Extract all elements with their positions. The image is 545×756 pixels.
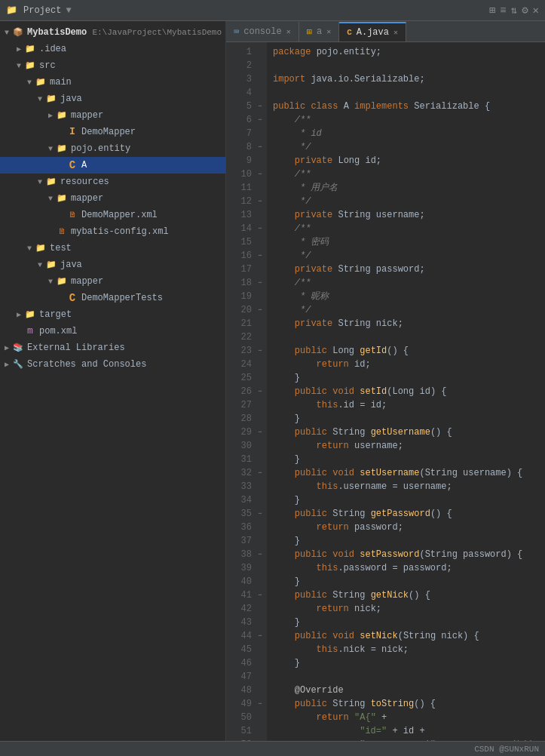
line-num-48: 48 (226, 684, 267, 697)
code-line: public class A implements Serializable { (273, 100, 539, 113)
fold-marker[interactable]: − (255, 140, 265, 154)
code-line: */ (273, 303, 539, 317)
tree-item-demomapper[interactable]: I DemoMapper (0, 124, 225, 140)
code-line: } (273, 453, 539, 466)
line-num-45: 45 (226, 643, 267, 656)
fold-marker[interactable]: − (255, 167, 265, 181)
list-icon[interactable]: ≡ (500, 5, 506, 17)
tree-item-test[interactable]: ▼ 📁 test (0, 240, 225, 257)
line-num-36: 36 (226, 521, 267, 534)
line-num-14: 14− (226, 222, 267, 235)
tree-item-scratches[interactable]: ▶ 🔧 Scratches and Consoles (0, 356, 225, 373)
expand-arrow: ▼ (35, 261, 45, 269)
tree-label: Scratches and Consoles (27, 359, 146, 370)
toolbar-icons: ⊞ ≡ ⇅ ⚙ ✕ (489, 4, 539, 17)
layout-icon[interactable]: ⊞ (489, 4, 495, 17)
fold-marker[interactable]: − (255, 222, 265, 235)
tree-item-mybatisdemo-root[interactable]: ▼ 📦 MybatisDemo E:\JavaProject\MybatisDe… (0, 24, 225, 41)
fold-marker[interactable]: − (255, 385, 265, 398)
tree-item-mapper3[interactable]: ▼ 📁 mapper (0, 273, 225, 290)
tree-item-external-libraries[interactable]: ▶ 📚 External Libraries (0, 340, 225, 356)
code-line: public void setId(Long id) { (273, 385, 539, 398)
project-tree[interactable]: ▼ 📦 MybatisDemo E:\JavaProject\MybatisDe… (0, 21, 225, 741)
fold-marker[interactable]: − (255, 276, 265, 290)
code-line: /** (273, 113, 539, 127)
tab-close-a[interactable]: ✕ (326, 27, 331, 36)
tree-item-demomappertests[interactable]: C DemoMapperTests (0, 290, 225, 306)
tab-close-console[interactable]: ✕ (286, 27, 291, 36)
tree-label: DemoMapper (81, 127, 136, 137)
line-num-20: 20− (226, 303, 267, 317)
tree-label: java (60, 260, 82, 270)
tab-label: A.java (357, 27, 389, 38)
expand-arrow: ▼ (45, 278, 56, 286)
line-num-24: 24 (226, 358, 267, 371)
tree-item-main[interactable]: ▼ 📁 main (0, 74, 225, 91)
fold-marker[interactable]: − (255, 589, 265, 602)
credit-text: CSDN @SUNxRUN (474, 745, 539, 754)
tree-item-java[interactable]: ▼ 📁 java (0, 91, 225, 107)
tree-item-pojo-entity[interactable]: ▼ 📁 pojo.entity (0, 140, 225, 157)
tree-label: mapper (71, 110, 103, 121)
tree-item-mapper[interactable]: ▶ 📁 mapper (0, 107, 225, 124)
code-line (273, 59, 539, 72)
tree-item-pom-xml[interactable]: m pom.xml (0, 323, 225, 340)
line-num-31: 31 (226, 453, 267, 466)
tree-item-src[interactable]: ▼ 📁 src (0, 57, 225, 74)
code-line: public void setPassword(String password)… (273, 548, 539, 561)
fold-marker[interactable]: − (255, 195, 265, 208)
fold-marker[interactable]: − (255, 548, 265, 561)
line-num-25: 25 (226, 371, 267, 385)
fold-marker[interactable]: − (255, 697, 265, 711)
expand-arrow: ▼ (35, 178, 45, 186)
line-num-27: 27 (226, 398, 267, 412)
tree-item-resources[interactable]: ▼ 📁 resources (0, 174, 225, 190)
tree-item-java2[interactable]: ▼ 📁 java (0, 257, 225, 273)
fold-marker[interactable]: − (255, 249, 265, 263)
fold-marker[interactable]: − (255, 344, 265, 358)
gear-icon[interactable]: ⚙ (522, 4, 528, 17)
line-num-33: 33 (226, 480, 267, 493)
line-num-38: 38− (226, 548, 267, 561)
line-num-6: 6− (226, 113, 267, 127)
tree-item-idea[interactable]: ▶ 📁 .idea (0, 41, 225, 57)
line-num-1: 1 (226, 45, 267, 59)
tree-item-target[interactable]: ▶ 📁 target (0, 306, 225, 323)
dropdown-arrow[interactable]: ▼ (66, 5, 71, 16)
fold-marker[interactable]: − (255, 100, 265, 113)
java-class-icon: C (66, 159, 78, 171)
code-line: return username; (273, 439, 539, 453)
editor-area: ⌨ console ✕ ⊞ a ✕ C A.java ✕ 12345−6−78−… (226, 21, 545, 741)
close-icon[interactable]: ✕ (533, 4, 539, 17)
tab-close-A-java[interactable]: ✕ (393, 28, 398, 37)
fold-marker[interactable]: − (255, 303, 265, 317)
tab-console[interactable]: ⌨ console ✕ (226, 22, 299, 41)
tree-item-mapper2[interactable]: ▼ 📁 mapper (0, 190, 225, 207)
code-line: public String toString() { (273, 697, 539, 711)
fold-marker[interactable]: − (255, 507, 265, 521)
tree-label: main (50, 77, 72, 88)
line-num-17: 17 (226, 263, 267, 276)
tab-A-java[interactable]: C A.java ✕ (339, 22, 406, 41)
tab-a-table[interactable]: ⊞ a ✕ (299, 22, 339, 41)
tree-item-demomapper-xml[interactable]: 🗎 DemoMapper.xml (0, 207, 225, 223)
fold-marker[interactable]: − (255, 426, 265, 439)
code-line: */ (273, 195, 539, 208)
tree-item-A[interactable]: C A (0, 157, 225, 174)
code-line: } (273, 493, 539, 507)
sort-icon[interactable]: ⇅ (511, 4, 517, 17)
fold-marker[interactable]: − (255, 113, 265, 127)
line-num-34: 34 (226, 493, 267, 507)
tree-label: mapper (71, 193, 103, 204)
fold-marker[interactable]: − (255, 629, 265, 643)
code-line: */ (273, 140, 539, 154)
expand-arrow: ▶ (2, 360, 12, 369)
line-num-32: 32− (226, 466, 267, 480)
code-line: public void setNick(String nick) { (273, 629, 539, 643)
code-content[interactable]: package pojo.entity;import java.io.Seria… (267, 42, 545, 741)
tree-item-mybatis-config-xml[interactable]: 🗎 mybatis-config.xml (0, 223, 225, 240)
line-num-47: 47 (226, 670, 267, 684)
fold-marker[interactable]: − (255, 466, 265, 480)
line-num-12: 12− (226, 195, 267, 208)
tree-label: test (50, 243, 72, 254)
